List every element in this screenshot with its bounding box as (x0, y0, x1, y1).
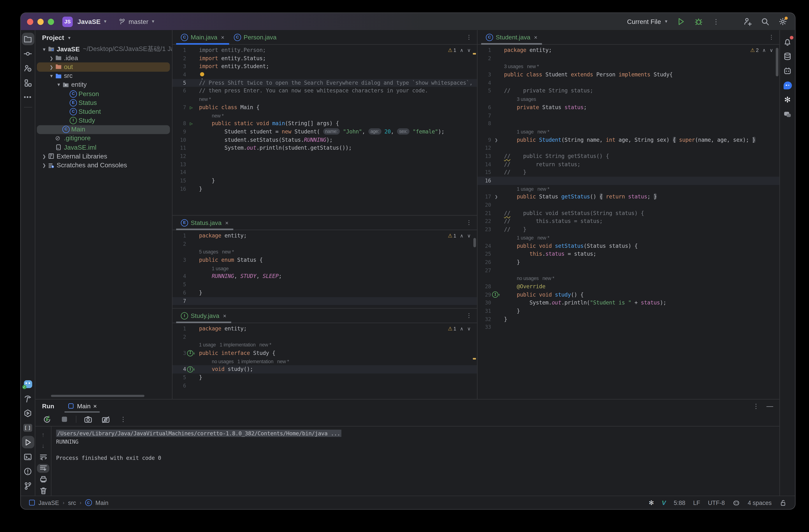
next-problem-icon[interactable]: ∨ (770, 47, 773, 53)
problems-icon[interactable] (21, 465, 34, 478)
run-play-icon[interactable] (21, 436, 34, 448)
inlay-hint[interactable]: no usages 1 implementation new * (212, 358, 289, 364)
chevron-right-icon[interactable]: ❯ (40, 154, 48, 159)
plugins-box-icon[interactable] (781, 65, 794, 77)
caret-position[interactable]: 5:88 (674, 500, 685, 506)
arrow-up-icon[interactable]: ↑ (37, 430, 49, 439)
next-problem-icon[interactable]: ∨ (467, 47, 471, 53)
close-tab-icon[interactable]: × (534, 34, 537, 40)
line-separator[interactable]: LF (693, 500, 700, 506)
intention-bulb-icon[interactable] (200, 72, 204, 76)
chevron-down-icon[interactable]: ▼ (48, 73, 55, 79)
clear-trash-icon[interactable] (37, 486, 49, 495)
editor-options-icon[interactable]: ⋮ (466, 312, 472, 319)
warning-stripe-mark[interactable] (473, 53, 476, 54)
scrollbar-thumb[interactable] (474, 238, 476, 247)
inlay-hint[interactable]: 1 usage new * (517, 186, 549, 191)
indent-config[interactable]: 4 spaces (748, 500, 772, 506)
tree-item-src[interactable]: ▼src (35, 71, 172, 81)
tree-item-javase[interactable]: ▼JavaSE~/Desktop/CS/JavaSE基础/1 Java SE/C… (35, 45, 172, 54)
tree-item-out[interactable]: ❯out (35, 63, 172, 72)
pull-requests-icon[interactable]: ? (21, 62, 34, 74)
inlay-hint[interactable]: 1 usage new * (517, 235, 549, 240)
inlay-hint[interactable]: new * (212, 113, 224, 118)
v-plugin-icon[interactable]: V (662, 499, 666, 507)
editor-options-icon[interactable]: ⋮ (466, 34, 472, 40)
chevron-right-icon[interactable]: ❯ (40, 162, 48, 168)
horizontal-scrollbar[interactable] (51, 395, 144, 397)
add-user-button[interactable] (742, 16, 752, 27)
tree-item-student[interactable]: CStudent (35, 107, 172, 116)
hide-panel-icon[interactable]: — (767, 402, 773, 410)
ai-mascot-icon[interactable] (21, 378, 34, 390)
scroll-to-end-icon[interactable] (37, 464, 49, 473)
close-tab-icon[interactable]: × (223, 313, 226, 319)
tree-item-external-libraries[interactable]: ❯External Libraries (35, 152, 172, 161)
camera-off-icon[interactable] (99, 413, 112, 426)
chevron-down-icon[interactable]: ▼ (55, 82, 63, 87)
run-tab-main[interactable]: Main × (65, 399, 100, 413)
tree-item-scratches-and-consoles[interactable]: ❯Scratches and Consoles (35, 161, 172, 170)
prev-problem-icon[interactable]: ∧ (460, 233, 464, 238)
close-tab-icon[interactable]: × (93, 402, 97, 410)
inlay-hint[interactable]: no usages new * (517, 275, 554, 281)
more-actions-button[interactable]: ⋮ (711, 16, 721, 27)
openai-icon[interactable]: ✻ (781, 93, 794, 106)
close-tab-icon[interactable]: × (225, 219, 228, 226)
next-problem-icon[interactable]: ∨ (467, 233, 471, 238)
settings-button[interactable] (777, 16, 788, 27)
search-everywhere-button[interactable] (760, 16, 770, 27)
implementations-gutter-icon[interactable]: I↓ (186, 349, 196, 357)
tree-item-person[interactable]: CPerson (35, 89, 172, 98)
chevron-right-icon[interactable]: ❯ (48, 65, 55, 70)
macos-traffic-lights[interactable] (27, 18, 54, 25)
project-folder-icon[interactable] (21, 33, 34, 45)
unlock-icon[interactable] (779, 499, 787, 507)
tree-item--gitignore[interactable]: ⊘.gitignore (35, 134, 172, 143)
overrides-gutter-icon[interactable]: I↑ (491, 291, 501, 299)
camera-icon[interactable] (82, 413, 94, 426)
print-icon[interactable] (37, 475, 49, 484)
implementations-gutter-icon[interactable]: I↓ (186, 365, 196, 374)
debug-button[interactable] (693, 16, 704, 27)
breadcrumb[interactable]: JavaSE› src› C Main (29, 499, 108, 506)
services-icon[interactable] (21, 407, 34, 419)
inspection-widget[interactable]: ⚠1 ∧∨ (448, 326, 471, 331)
project-panel-header[interactable]: Project▼ (35, 30, 172, 45)
run-panel-options-icon[interactable]: ⋮ (753, 402, 759, 410)
branch-selector[interactable]: master ▼ (119, 18, 155, 25)
prev-problem-icon[interactable]: ∧ (460, 326, 464, 331)
project-selector[interactable]: JavaSE ▼ (78, 18, 107, 25)
inlay-hint[interactable]: 5 usages new * (199, 249, 234, 255)
chevron-right-icon[interactable]: ❯ (48, 55, 55, 61)
fold-arrow-icon[interactable]: ❯ (491, 193, 501, 201)
tab-main-java[interactable]: C Main.java × (176, 30, 229, 44)
inspection-widget[interactable]: ⚠1 ∧∨ (448, 233, 471, 238)
tree-item-main[interactable]: CMain (35, 125, 172, 134)
next-problem-icon[interactable]: ∨ (467, 326, 471, 331)
inlay-hint[interactable]: 3 usages (517, 96, 536, 102)
tab-study-java[interactable]: I Study.java × (176, 309, 231, 323)
editor-options-icon[interactable]: ⋮ (769, 34, 775, 40)
inlay-hint[interactable]: 3 usages new * (504, 64, 539, 69)
minimize-window-icon[interactable] (37, 18, 44, 25)
commit-icon[interactable] (21, 47, 34, 60)
brackets-icon[interactable]: [ ] (21, 422, 34, 434)
inspection-widget[interactable]: ⚠1 ∧∨ (448, 47, 471, 53)
run-button[interactable] (675, 16, 686, 27)
run-gutter-icon[interactable]: ▷ (186, 120, 196, 128)
tree-item--idea[interactable]: ❯.idea (35, 54, 172, 63)
close-tab-icon[interactable]: × (221, 34, 224, 40)
editor-options-icon[interactable]: ⋮ (466, 219, 472, 226)
run-gutter-icon[interactable]: ▷ (186, 103, 196, 111)
warning-stripe-mark[interactable] (473, 358, 476, 359)
tab-person-java[interactable]: C Person.java (229, 30, 281, 44)
stop-icon[interactable] (58, 413, 71, 426)
file-encoding[interactable]: UTF-8 (708, 500, 725, 506)
scrollbar-thumb[interactable] (776, 48, 778, 76)
build-hammer-icon[interactable] (21, 392, 34, 405)
close-window-icon[interactable] (27, 18, 33, 25)
terminal-icon[interactable] (21, 450, 34, 463)
ai-chat-icon[interactable] (781, 79, 794, 91)
git-branch-icon[interactable] (21, 480, 34, 492)
